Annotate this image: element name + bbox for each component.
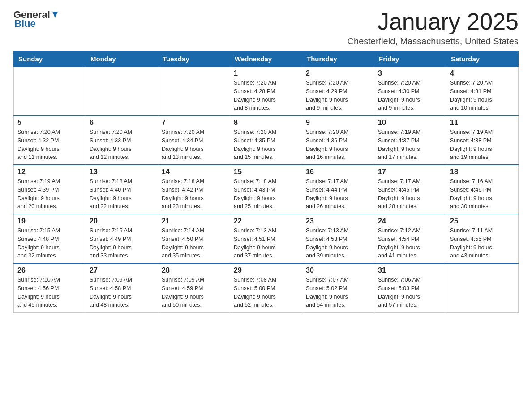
day-info: Sunrise: 7:20 AMSunset: 4:30 PMDaylight:… — [378, 79, 442, 112]
logo: General Blue — [13, 9, 60, 30]
logo-blue-text: Blue — [14, 18, 36, 30]
calendar-day-27: 27Sunrise: 7:09 AMSunset: 4:58 PMDayligh… — [86, 263, 158, 313]
day-number: 16 — [306, 168, 370, 176]
month-title: January 2025 — [348, 9, 519, 34]
day-number: 6 — [90, 119, 154, 127]
day-info: Sunrise: 7:20 AMSunset: 4:28 PMDaylight:… — [234, 79, 298, 112]
day-number: 18 — [450, 168, 515, 176]
day-info: Sunrise: 7:20 AMSunset: 4:34 PMDaylight:… — [162, 128, 226, 162]
day-info: Sunrise: 7:12 AMSunset: 4:54 PMDaylight:… — [378, 227, 442, 260]
day-info: Sunrise: 7:18 AMSunset: 4:43 PMDaylight:… — [234, 177, 298, 211]
calendar-day-2: 2Sunrise: 7:20 AMSunset: 4:29 PMDaylight… — [302, 67, 374, 116]
day-info: Sunrise: 7:20 AMSunset: 4:32 PMDaylight:… — [17, 128, 82, 162]
day-info: Sunrise: 7:18 AMSunset: 4:40 PMDaylight:… — [90, 177, 154, 211]
day-number: 26 — [17, 266, 82, 274]
weekday-header-tuesday: Tuesday — [158, 51, 230, 67]
calendar-day-30: 30Sunrise: 7:07 AMSunset: 5:02 PMDayligh… — [302, 263, 374, 313]
svg-marker-0 — [52, 12, 58, 18]
day-number: 17 — [378, 168, 442, 176]
calendar-table: SundayMondayTuesdayWednesdayThursdayFrid… — [13, 51, 519, 313]
weekday-header-thursday: Thursday — [302, 51, 374, 67]
day-number: 15 — [234, 168, 298, 176]
day-info: Sunrise: 7:17 AMSunset: 4:45 PMDaylight:… — [378, 177, 442, 211]
day-info: Sunrise: 7:15 AMSunset: 4:48 PMDaylight:… — [17, 227, 82, 260]
day-info: Sunrise: 7:19 AMSunset: 4:38 PMDaylight:… — [450, 128, 515, 162]
page-header: General Blue January 2025 Chesterfield, … — [13, 9, 519, 47]
calendar-week-row: 26Sunrise: 7:10 AMSunset: 4:56 PMDayligh… — [14, 263, 519, 313]
day-number: 2 — [306, 69, 370, 77]
day-info: Sunrise: 7:16 AMSunset: 4:46 PMDaylight:… — [450, 177, 515, 211]
day-number: 23 — [306, 217, 370, 225]
calendar-day-5: 5Sunrise: 7:20 AMSunset: 4:32 PMDaylight… — [14, 116, 86, 165]
calendar-empty-cell — [86, 67, 158, 116]
calendar-day-26: 26Sunrise: 7:10 AMSunset: 4:56 PMDayligh… — [14, 263, 86, 313]
calendar-day-28: 28Sunrise: 7:09 AMSunset: 4:59 PMDayligh… — [158, 263, 230, 313]
day-info: Sunrise: 7:19 AMSunset: 4:37 PMDaylight:… — [378, 128, 442, 162]
calendar-week-row: 19Sunrise: 7:15 AMSunset: 4:48 PMDayligh… — [14, 214, 519, 263]
day-info: Sunrise: 7:06 AMSunset: 5:03 PMDaylight:… — [378, 276, 442, 309]
day-info: Sunrise: 7:09 AMSunset: 4:59 PMDaylight:… — [162, 276, 226, 309]
day-number: 14 — [162, 168, 226, 176]
day-number: 5 — [17, 119, 82, 127]
location-subtitle: Chesterfield, Massachusetts, United Stat… — [348, 36, 519, 47]
calendar-day-15: 15Sunrise: 7:18 AMSunset: 4:43 PMDayligh… — [230, 165, 302, 214]
day-info: Sunrise: 7:07 AMSunset: 5:02 PMDaylight:… — [306, 276, 370, 309]
calendar-day-14: 14Sunrise: 7:18 AMSunset: 4:42 PMDayligh… — [158, 165, 230, 214]
calendar-day-9: 9Sunrise: 7:20 AMSunset: 4:36 PMDaylight… — [302, 116, 374, 165]
calendar-day-21: 21Sunrise: 7:14 AMSunset: 4:50 PMDayligh… — [158, 214, 230, 263]
logo-triangle-icon — [50, 10, 60, 20]
calendar-day-17: 17Sunrise: 7:17 AMSunset: 4:45 PMDayligh… — [374, 165, 446, 214]
day-info: Sunrise: 7:13 AMSunset: 4:51 PMDaylight:… — [234, 227, 298, 260]
calendar-day-12: 12Sunrise: 7:19 AMSunset: 4:39 PMDayligh… — [14, 165, 86, 214]
calendar-day-3: 3Sunrise: 7:20 AMSunset: 4:30 PMDaylight… — [374, 67, 446, 116]
calendar-day-19: 19Sunrise: 7:15 AMSunset: 4:48 PMDayligh… — [14, 214, 86, 263]
calendar-day-10: 10Sunrise: 7:19 AMSunset: 4:37 PMDayligh… — [374, 116, 446, 165]
day-info: Sunrise: 7:11 AMSunset: 4:55 PMDaylight:… — [450, 227, 515, 260]
day-number: 1 — [234, 69, 298, 77]
day-info: Sunrise: 7:20 AMSunset: 4:29 PMDaylight:… — [306, 79, 370, 112]
calendar-empty-cell — [14, 67, 86, 116]
day-number: 10 — [378, 119, 442, 127]
calendar-day-18: 18Sunrise: 7:16 AMSunset: 4:46 PMDayligh… — [446, 165, 519, 214]
day-number: 24 — [378, 217, 442, 225]
day-info: Sunrise: 7:09 AMSunset: 4:58 PMDaylight:… — [90, 276, 154, 309]
calendar-day-16: 16Sunrise: 7:17 AMSunset: 4:44 PMDayligh… — [302, 165, 374, 214]
calendar-day-23: 23Sunrise: 7:13 AMSunset: 4:53 PMDayligh… — [302, 214, 374, 263]
day-info: Sunrise: 7:13 AMSunset: 4:53 PMDaylight:… — [306, 227, 370, 260]
weekday-header-sunday: Sunday — [14, 51, 86, 67]
weekday-header-row: SundayMondayTuesdayWednesdayThursdayFrid… — [14, 51, 519, 67]
calendar-day-24: 24Sunrise: 7:12 AMSunset: 4:54 PMDayligh… — [374, 214, 446, 263]
day-number: 13 — [90, 168, 154, 176]
day-number: 27 — [90, 266, 154, 274]
day-number: 29 — [234, 266, 298, 274]
day-info: Sunrise: 7:17 AMSunset: 4:44 PMDaylight:… — [306, 177, 370, 211]
day-number: 20 — [90, 217, 154, 225]
calendar-day-20: 20Sunrise: 7:15 AMSunset: 4:49 PMDayligh… — [86, 214, 158, 263]
calendar-day-31: 31Sunrise: 7:06 AMSunset: 5:03 PMDayligh… — [374, 263, 446, 313]
day-info: Sunrise: 7:20 AMSunset: 4:33 PMDaylight:… — [90, 128, 154, 162]
weekday-header-monday: Monday — [86, 51, 158, 67]
day-info: Sunrise: 7:08 AMSunset: 5:00 PMDaylight:… — [234, 276, 298, 309]
day-info: Sunrise: 7:20 AMSunset: 4:31 PMDaylight:… — [450, 79, 515, 112]
day-info: Sunrise: 7:15 AMSunset: 4:49 PMDaylight:… — [90, 227, 154, 260]
day-info: Sunrise: 7:20 AMSunset: 4:35 PMDaylight:… — [234, 128, 298, 162]
day-number: 22 — [234, 217, 298, 225]
day-number: 19 — [17, 217, 82, 225]
calendar-day-11: 11Sunrise: 7:19 AMSunset: 4:38 PMDayligh… — [446, 116, 519, 165]
calendar-day-1: 1Sunrise: 7:20 AMSunset: 4:28 PMDaylight… — [230, 67, 302, 116]
day-number: 4 — [450, 69, 515, 77]
day-info: Sunrise: 7:10 AMSunset: 4:56 PMDaylight:… — [17, 276, 82, 309]
calendar-week-row: 1Sunrise: 7:20 AMSunset: 4:28 PMDaylight… — [14, 67, 519, 116]
weekday-header-friday: Friday — [374, 51, 446, 67]
day-number: 28 — [162, 266, 226, 274]
calendar-week-row: 5Sunrise: 7:20 AMSunset: 4:32 PMDaylight… — [14, 116, 519, 165]
day-info: Sunrise: 7:19 AMSunset: 4:39 PMDaylight:… — [17, 177, 82, 211]
calendar-day-29: 29Sunrise: 7:08 AMSunset: 5:00 PMDayligh… — [230, 263, 302, 313]
calendar-day-13: 13Sunrise: 7:18 AMSunset: 4:40 PMDayligh… — [86, 165, 158, 214]
day-info: Sunrise: 7:18 AMSunset: 4:42 PMDaylight:… — [162, 177, 226, 211]
day-info: Sunrise: 7:14 AMSunset: 4:50 PMDaylight:… — [162, 227, 226, 260]
calendar-day-8: 8Sunrise: 7:20 AMSunset: 4:35 PMDaylight… — [230, 116, 302, 165]
weekday-header-wednesday: Wednesday — [230, 51, 302, 67]
calendar-week-row: 12Sunrise: 7:19 AMSunset: 4:39 PMDayligh… — [14, 165, 519, 214]
day-number: 31 — [378, 266, 442, 274]
